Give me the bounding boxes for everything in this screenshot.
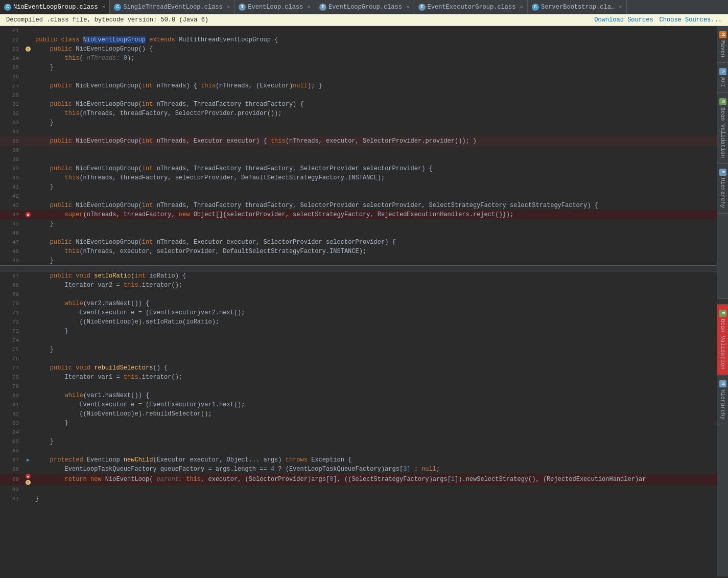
table-row: 40 this(nThreads, threadFactory, selecto… [0,173,717,182]
sidebar-item-hierarchy-bottom[interactable]: H Hierarchy [717,375,728,425]
line-number: 35 [0,138,23,144]
tab-close-4[interactable]: × [406,4,410,10]
tab-singlethreadeventloop[interactable]: C SingleThreadEventLoop.class × [110,0,234,14]
line-number: 36 [0,147,23,153]
line-content: super(nThreads, threadFactory, new Objec… [33,210,717,219]
line-content: } [33,345,717,354]
line-number: 49 [0,258,23,264]
sidebar-item-hierarchy-top[interactable]: H Hierarchy [717,164,728,214]
tab-label-5: EventExecutorGroup.class [428,4,516,11]
table-row: 87 ▶ protected EventLoop newChild(Execut… [0,455,717,465]
tab-nioeventloopgroup[interactable]: C NioEventLoopGroup.class × [0,0,110,14]
tab-eventexecutorgroup[interactable]: I EventExecutorGroup.class × [414,0,528,14]
line-number: 78 [0,374,23,380]
line-number: 72 [0,319,23,325]
line-number: 76 [0,356,23,362]
line-content: public NioEventLoopGroup(int nThreads, E… [33,238,717,247]
table-row: 68 Iterator var2 = this.iterator(); [0,281,717,290]
code-area[interactable]: 21 22 public class NioEventLoopGroup ext… [0,26,717,576]
table-row: 43 public NioEventLoopGroup(int nThreads… [0,201,717,210]
table-row: 88 EventLoopTaskQueueFactory queueFactor… [0,465,717,474]
table-row: 77 public void rebuildSelectors() { [0,363,717,373]
table-row: 76 [0,354,717,363]
line-number: 79 [0,383,23,389]
line-content: this(nThreads, threadFactory, SelectorPr… [33,109,717,118]
tab-eventloop[interactable]: I EventLoop.class × [234,0,315,14]
download-sources-link[interactable]: Download Sources [594,16,653,24]
bean-validation-icon: B [719,98,726,105]
line-number: 46 [0,230,23,236]
line-content: Iterator var1 = this.iterator(); [33,373,717,382]
bean-validation-label: Bean Validation [720,107,726,158]
line-content: Iterator var2 = this.iterator(); [33,281,717,290]
line-number: 27 [0,83,23,89]
line-content: while(var2.hasNext()) { [33,299,717,308]
code-block-bottom: 67 public void setIoRatio(int ioRatio) {… [0,271,717,503]
table-row: 78 Iterator var1 = this.iterator(); [0,373,717,382]
line-content: } [33,494,717,503]
line-number: 32 [0,110,23,117]
table-row: 67 public void setIoRatio(int ioRatio) { [0,271,717,281]
line-content: } [33,327,717,336]
line-content: ((NioEventLoop)e).setIoRatio(ioRatio); [33,317,717,327]
tab-close-3[interactable]: × [307,4,311,10]
line-number: 33 [0,120,23,126]
gutter-arrow-icon: ▶ [27,457,30,463]
table-row: 82 ((NioEventLoop)e).rebuildSelector(); [0,409,717,419]
table-row: 24 this( nThreads: 0); [0,54,717,63]
sidebar-item-ant[interactable]: A Ant [717,63,728,93]
line-content: this(nThreads, executor, selectorProvide… [33,247,717,256]
line-gutter: ▶ [23,457,33,463]
line-number: 38 [0,156,23,163]
tab-close-2[interactable]: × [227,4,230,10]
maven-label: Maven [720,40,726,57]
table-row: 79 [0,382,717,391]
sidebar-item-bean-validation-bottom[interactable]: B Bean Validation [717,305,728,375]
line-number: 43 [0,202,23,209]
line-content: public void setIoRatio(int ioRatio) { [33,271,717,281]
line-number: 40 [0,175,23,181]
tab-close-6[interactable]: × [619,4,622,10]
tab-icon-c3: C [532,4,539,11]
line-number: 48 [0,248,23,255]
line-content: this( nThreads: 0); [33,54,717,63]
table-row: 44 ● super(nThreads, threadFactory, new … [0,210,717,219]
line-number: 90 [0,487,23,493]
line-number: 28 [0,92,23,98]
table-row: 83 } [0,419,717,428]
sidebar-gap [717,298,728,305]
line-content: public NioEventLoopGroup(int nThreads, T… [33,164,717,173]
line-number: 84 [0,429,23,435]
tab-close-1[interactable]: × [102,4,106,10]
line-number: 25 [0,64,23,71]
line-content: } [33,182,717,192]
line-content: } [33,63,717,72]
sidebar-item-maven[interactable]: M Maven [717,26,728,63]
line-content: } [33,219,717,228]
line-number: 87 [0,457,23,463]
tab-eventloopgroup[interactable]: I EventLoopGroup.class × [315,0,414,14]
choose-sources-link[interactable]: Choose Sources... [660,16,722,24]
line-number: 23 [0,46,23,52]
table-row: 26 [0,72,717,81]
tab-serverbootstrap[interactable]: C ServerBootstrap.cla… × [528,0,627,14]
line-number: 45 [0,221,23,227]
error-icon: ● [26,212,31,217]
hierarchy-icon-top: H [719,169,726,176]
table-row: 91 } [0,494,717,503]
line-number: 26 [0,74,23,80]
tab-label-6: ServerBootstrap.cla… [541,4,615,11]
line-content: EventExecutor e = (EventExecutor)var2.ne… [33,308,717,317]
line-number: 39 [0,166,23,172]
line-content: EventLoopTaskQueueFactory queueFactory =… [33,465,717,474]
maven-icon: M [719,31,726,38]
notification-bar: Decompiled .class file, bytecode version… [0,14,728,26]
table-row: 46 [0,228,717,238]
table-row: 85 } [0,437,717,446]
sidebar-item-bean-validation[interactable]: B Bean Validation [717,93,728,164]
line-content: public void rebuildSelectors() { [33,363,717,373]
error-icon-89: ● [26,474,31,479]
table-row: 72 ((NioEventLoop)e).setIoRatio(ioRatio)… [0,317,717,327]
tab-close-5[interactable]: × [520,4,523,10]
table-row: 28 [0,90,717,100]
